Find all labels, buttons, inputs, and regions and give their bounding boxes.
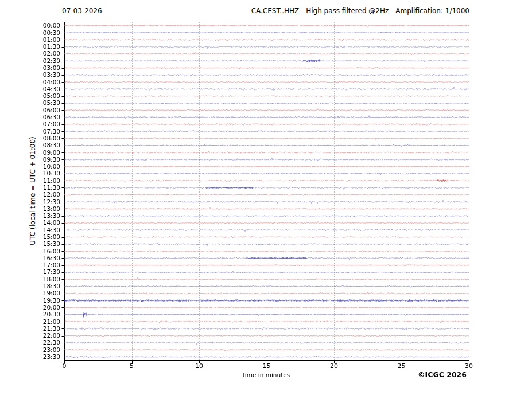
y-tick-label: 21:30	[43, 326, 60, 332]
y-tick-label: 07:30	[43, 128, 60, 135]
y-tick-label: 20:30	[43, 311, 60, 318]
y-tick-label: 09:00	[43, 150, 60, 156]
x-tick-label: 30	[459, 363, 479, 370]
y-tick-label: 21:00	[43, 319, 60, 325]
x-tick-label: 5	[122, 363, 142, 370]
y-tick-label: 14:30	[43, 227, 60, 233]
y-tick-label: 13:30	[43, 213, 60, 219]
y-tick-label: 14:00	[43, 220, 60, 226]
y-tick-label: 16:00	[43, 248, 60, 255]
y-tick-label: 09:30	[43, 157, 60, 163]
y-tick-label: 06:00	[43, 107, 60, 114]
y-tick-label: 17:00	[43, 262, 60, 268]
y-tick-label: 11:00	[43, 178, 60, 184]
x-tick-label: 25	[391, 363, 412, 370]
y-tick-label: 23:00	[43, 347, 60, 353]
x-tick-label: 15	[257, 363, 277, 370]
y-tick-label: 19:30	[43, 298, 60, 304]
y-tick-label: 05:00	[43, 93, 60, 99]
y-tick-label: 10:30	[43, 170, 60, 177]
y-tick-label: 13:00	[43, 206, 60, 212]
y-tick-label: 12:00	[43, 191, 60, 198]
y-tick-label: 12:30	[43, 199, 60, 205]
x-tick-label: 10	[189, 363, 209, 370]
y-tick-label: 15:30	[43, 241, 60, 247]
y-tick-label: 00:00	[43, 22, 60, 29]
y-tick-label: 06:30	[43, 114, 60, 120]
y-tick-label: 22:00	[43, 332, 60, 339]
y-tick-label: 03:00	[43, 65, 60, 71]
y-tick-label: 01:30	[43, 44, 60, 50]
copyright-label: ©ICGC 2026	[418, 370, 467, 379]
y-tick-label: 05:30	[43, 100, 60, 106]
date-title: 07-03-2026	[62, 7, 102, 15]
y-tick-label: 17:30	[43, 269, 60, 275]
x-tick-label: 0	[54, 363, 75, 370]
y-tick-label: 03:30	[43, 72, 60, 78]
y-tick-label: 08:30	[43, 142, 60, 148]
x-tick-label: 20	[324, 363, 344, 370]
y-tick-label: 19:00	[43, 290, 60, 296]
y-tick-label: 16:30	[43, 255, 60, 261]
station-title: CA.CEST..HHZ - High pass filtered @2Hz -…	[251, 7, 469, 15]
y-tick-label: 15:00	[43, 234, 60, 240]
y-tick-label: 01:00	[43, 37, 60, 43]
y-tick-label: 00:30	[43, 30, 60, 36]
y-axis-label: UTC (local time = UTC + 01:00)	[29, 136, 37, 245]
y-tick-label: 02:30	[43, 58, 60, 64]
x-axis-label: time in minutes	[197, 371, 335, 378]
y-tick-label: 10:00	[43, 163, 60, 170]
y-tick-label: 02:00	[43, 50, 60, 57]
y-tick-label: 08:00	[43, 135, 60, 142]
y-tick-label: 23:30	[43, 354, 60, 360]
y-tick-label: 22:30	[43, 339, 60, 346]
y-tick-label: 20:00	[43, 304, 60, 311]
y-tick-label: 04:00	[43, 79, 60, 85]
y-tick-label: 07:00	[43, 121, 60, 127]
y-tick-label: 11:30	[43, 185, 60, 191]
y-tick-label: 18:30	[43, 283, 60, 290]
y-tick-label: 18:00	[43, 276, 60, 283]
helicorder-plot	[57, 16, 475, 367]
helicorder-page: 07-03-2026 CA.CEST..HHZ - High pass filt…	[0, 0, 532, 399]
y-tick-label: 04:30	[43, 86, 60, 92]
